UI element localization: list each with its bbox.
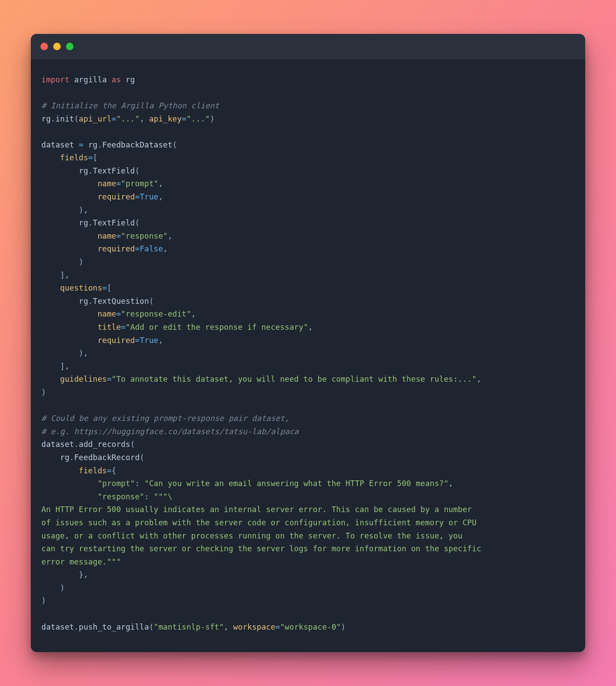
- str: "Add or edit the response if necessary": [125, 323, 308, 332]
- bool-false: False: [139, 244, 163, 253]
- module: rg: [60, 453, 70, 462]
- module-name: argilla: [74, 75, 106, 84]
- ctor-textquestion: TextQuestion: [93, 297, 149, 306]
- param-fields: fields: [79, 466, 107, 475]
- bool-true: True: [139, 192, 158, 201]
- comment: # Initialize the Argilla Python client: [41, 101, 219, 110]
- obj: dataset: [41, 440, 74, 449]
- ctor-textfield: TextField: [93, 218, 135, 227]
- str: "workspace-0": [280, 623, 341, 631]
- param-questions: questions: [60, 284, 103, 292]
- comment: # Could be any existing prompt-response …: [41, 414, 290, 423]
- param-workspace: workspace: [233, 623, 275, 631]
- keyword-import: import: [41, 75, 70, 84]
- str-response-line: An HTTP Error 500 usually indicates an i…: [41, 505, 472, 514]
- var-dataset: dataset: [41, 140, 74, 149]
- dict-key-response: "response": [98, 492, 144, 501]
- param-required: required: [98, 244, 135, 253]
- ctor-feedbackrecord: FeedbackRecord: [74, 453, 139, 462]
- str-response-open: """\: [154, 492, 172, 501]
- param-api-url: api_url: [79, 114, 111, 123]
- ctor-textfield: TextField: [93, 166, 135, 175]
- param-name: name: [98, 310, 117, 318]
- alias: rg: [125, 75, 135, 84]
- str: "mantisnlp-sft": [154, 623, 224, 631]
- minimize-icon[interactable]: [53, 43, 61, 50]
- ctor-feedbackdataset: FeedbackDataset: [102, 140, 172, 149]
- param-fields: fields: [60, 153, 88, 162]
- module: rg: [79, 218, 88, 227]
- param-name: name: [98, 179, 117, 188]
- param-required: required: [98, 336, 135, 345]
- module: rg: [79, 166, 88, 175]
- str: "prompt": [121, 179, 158, 188]
- param-title: title: [98, 323, 121, 332]
- module: rg: [88, 140, 97, 149]
- str-prompt-val: "Can you write an email answering what t…: [144, 479, 448, 488]
- close-icon[interactable]: [40, 43, 48, 50]
- zoom-icon[interactable]: [66, 43, 73, 50]
- obj: rg: [41, 114, 51, 123]
- code-window: import argilla as rg # Initialize the Ar…: [31, 34, 585, 653]
- fn-addrecords: add_records: [79, 440, 130, 449]
- str-response-line: of issues such as a problem with the ser…: [41, 518, 477, 527]
- module: rg: [79, 297, 88, 306]
- str-response-line: can try restarting the server or checkin…: [41, 544, 481, 553]
- comment: # e.g. https://huggingface.co/datasets/t…: [41, 427, 299, 436]
- str-response-line: error message.""": [41, 557, 121, 566]
- str: "...": [187, 114, 210, 123]
- str-guidelines: "To annotate this dataset, you will need…: [112, 375, 477, 384]
- dict-key-prompt: "prompt": [98, 479, 135, 488]
- param-required: required: [98, 192, 135, 201]
- window-titlebar: [31, 34, 585, 59]
- param-api-key: api_key: [149, 114, 182, 123]
- str: "response-edit": [121, 310, 191, 318]
- fn-init: init: [55, 114, 74, 123]
- fn-push: push_to_argilla: [79, 623, 149, 631]
- keyword-as: as: [112, 75, 121, 84]
- str-response-line: usage, or a conflict with other processe…: [41, 531, 462, 540]
- param-name: name: [98, 232, 117, 240]
- str: "response": [121, 232, 168, 240]
- obj: dataset: [41, 623, 74, 631]
- str: "...": [116, 114, 139, 123]
- param-guidelines: guidelines: [60, 375, 107, 384]
- code-content: import argilla as rg # Initialize the Ar…: [31, 59, 585, 653]
- bool-true: True: [139, 336, 158, 345]
